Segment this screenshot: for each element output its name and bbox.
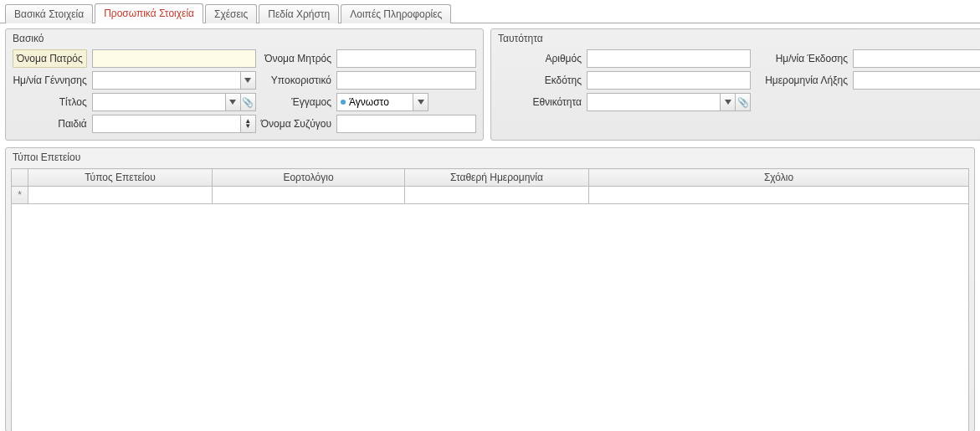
tabbar: Βασικά Στοιχεία Προσωπικά Στοιχεία Σχέσε… <box>0 0 980 23</box>
father-name-field-wrap <box>92 49 256 68</box>
tab-user-fields[interactable]: Πεδία Χρήστη <box>259 4 339 23</box>
chevron-down-icon <box>418 100 424 105</box>
issuer-label: Εκδότης <box>498 74 582 86</box>
grid-empty-area[interactable] <box>11 204 969 431</box>
grid-col-calendar[interactable]: Εορτολόγιο <box>213 169 405 187</box>
nationality-input[interactable] <box>587 93 721 111</box>
spouse-input[interactable] <box>336 115 476 133</box>
title-input[interactable] <box>92 93 226 111</box>
spouse-label: Όνομα Συζύγου <box>261 118 331 130</box>
nickname-label: Υποκοριστικό <box>261 74 331 86</box>
mother-name-input[interactable] <box>336 49 476 68</box>
nationality-dropdown-button[interactable] <box>721 93 736 111</box>
marital-field-wrap <box>336 93 476 111</box>
spouse-field-wrap <box>336 115 476 133</box>
grid-cell-comment[interactable] <box>589 187 969 204</box>
chevron-down-icon: ▼ <box>244 124 251 129</box>
father-name-label: Όνομα Πατρός <box>13 49 87 68</box>
nationality-label: Εθνικότητα <box>498 96 582 108</box>
marital-label: Έγγαμος <box>261 96 331 108</box>
marital-dropdown-button[interactable] <box>413 93 428 111</box>
nationality-attachment-button[interactable] <box>736 93 751 111</box>
group-anniversary-legend: Τύποι Επετείου <box>13 151 80 163</box>
expiry-date-label: Ημερομηνία Λήξης <box>756 74 848 86</box>
title-field-wrap <box>92 93 256 111</box>
grid-col-comment[interactable]: Σχόλιο <box>589 169 969 187</box>
grid-cell-calendar[interactable] <box>213 187 405 204</box>
title-dropdown-button[interactable] <box>226 93 241 111</box>
group-anniversary: Τύποι Επετείου Τύπος Επετείου Εορτολόγιο… <box>5 147 975 431</box>
issue-date-label: Ημ/νία Έκδοσης <box>756 53 848 64</box>
expiry-date-wrap <box>853 71 980 90</box>
children-label: Παιδιά <box>13 118 87 130</box>
grid-cell-type[interactable] <box>28 187 213 204</box>
birth-date-input[interactable] <box>92 71 241 90</box>
id-number-label: Αριθμός <box>498 53 582 64</box>
children-spinner[interactable]: ▲ ▼ <box>241 115 256 133</box>
children-input[interactable] <box>92 115 241 133</box>
group-basic-legend: Βασικό <box>13 33 44 44</box>
anniversary-grid: Τύπος Επετείου Εορτολόγιο Σταθερή Ημερομ… <box>11 168 969 204</box>
tab-content: Βασικό Όνομα Πατρός Όνομα Μητρός Ημ/νία … <box>0 23 980 431</box>
group-basic: Βασικό Όνομα Πατρός Όνομα Μητρός Ημ/νία … <box>5 28 484 141</box>
tab-basic-info[interactable]: Βασικά Στοιχεία <box>5 4 93 23</box>
title-attachment-button[interactable] <box>241 93 256 111</box>
chevron-down-icon <box>244 78 251 83</box>
mother-name-label: Όνομα Μητρός <box>261 53 331 64</box>
grid-new-row[interactable]: * <box>12 187 969 204</box>
grid-rowheader-col <box>12 169 28 187</box>
marital-input[interactable] <box>336 93 413 111</box>
status-dot-icon <box>341 100 346 105</box>
father-name-input[interactable] <box>92 49 256 68</box>
issuer-wrap <box>587 71 751 90</box>
expiry-date-input[interactable] <box>853 71 980 90</box>
children-field-wrap: ▲ ▼ <box>92 115 256 133</box>
id-number-input[interactable] <box>587 49 751 68</box>
group-identity: Ταυτότητα Αριθμός Ημ/νία Έκδοσης Εκδότης <box>490 28 980 141</box>
mother-name-field-wrap <box>336 49 476 68</box>
issue-date-wrap <box>853 49 980 68</box>
id-number-wrap <box>587 49 751 68</box>
issuer-input[interactable] <box>587 71 751 90</box>
tab-personal-info[interactable]: Προσωπικά Στοιχεία <box>95 3 203 23</box>
tab-other-info[interactable]: Λοιπές Πληροφορίες <box>341 4 451 23</box>
chevron-down-icon <box>725 100 731 105</box>
group-identity-legend: Ταυτότητα <box>498 33 543 44</box>
issue-date-input[interactable] <box>853 49 980 68</box>
title-label: Τίτλος <box>13 96 87 108</box>
grid-cell-fixed-date[interactable] <box>405 187 589 204</box>
nickname-field-wrap <box>336 71 476 90</box>
birth-date-field-wrap <box>92 71 256 90</box>
chevron-down-icon <box>229 100 236 105</box>
birth-date-dropdown-button[interactable] <box>241 71 256 90</box>
nationality-wrap <box>587 93 751 111</box>
grid-col-fixed-date[interactable]: Σταθερή Ημερομηνία <box>405 169 589 187</box>
tab-relations[interactable]: Σχέσεις <box>205 4 257 23</box>
grid-new-row-marker: * <box>12 187 28 204</box>
birth-date-label: Ημ/νία Γέννησης <box>13 74 87 86</box>
nickname-input[interactable] <box>336 71 476 90</box>
grid-col-type[interactable]: Τύπος Επετείου <box>28 169 213 187</box>
